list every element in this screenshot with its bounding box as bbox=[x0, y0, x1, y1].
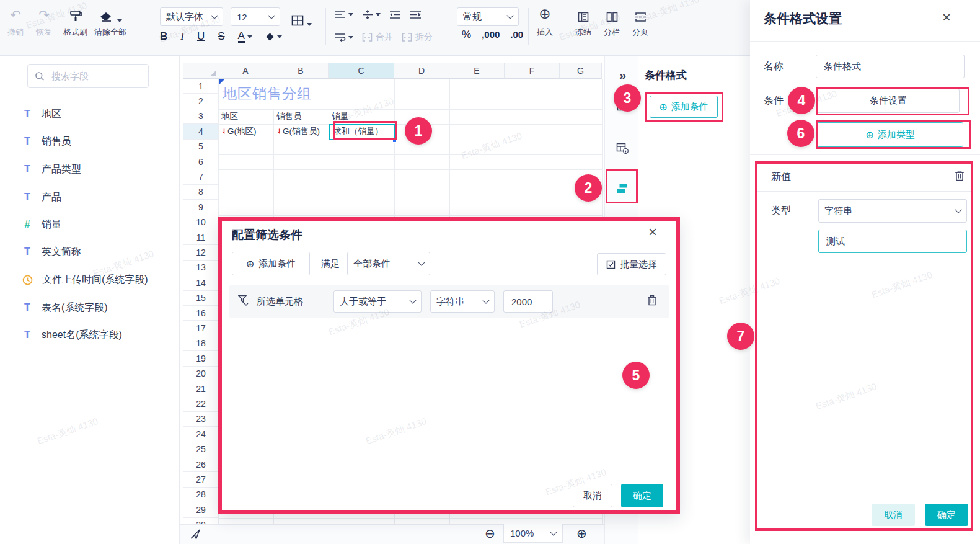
decimal-format-button[interactable]: .00 bbox=[510, 29, 523, 40]
close-icon[interactable]: × bbox=[648, 225, 657, 239]
row-header-8[interactable]: 8 bbox=[183, 185, 218, 200]
dialog-add-condition-button[interactable]: ⊕ 添加条件 bbox=[232, 252, 310, 275]
zoom-out-icon[interactable]: ⊖ bbox=[485, 526, 495, 541]
font-color-button[interactable]: A bbox=[238, 30, 252, 43]
font-size-select[interactable]: 12 bbox=[231, 7, 280, 26]
undo-button[interactable]: ↶ 撤销 bbox=[7, 6, 24, 38]
pagebreak-button[interactable]: 分页 bbox=[632, 6, 648, 38]
row-header-13[interactable]: 13 bbox=[183, 261, 218, 275]
row-header-26[interactable]: 26 bbox=[183, 457, 218, 472]
bold-button[interactable]: B bbox=[160, 30, 167, 43]
filter-icon[interactable] bbox=[238, 295, 249, 307]
field-item-销售员[interactable]: T销售员 bbox=[22, 134, 71, 149]
row-header-16[interactable]: 16 bbox=[183, 306, 218, 321]
field-item-地区[interactable]: T地区 bbox=[22, 107, 61, 122]
italic-button[interactable]: I bbox=[180, 30, 184, 43]
thousands-format-button[interactable]: ,000 bbox=[482, 29, 500, 40]
column-header-D[interactable]: D bbox=[394, 63, 449, 79]
row-header-17[interactable]: 17 bbox=[183, 321, 218, 336]
format-painter-button[interactable]: 格式刷 bbox=[63, 6, 87, 38]
row-header-23[interactable]: 23 bbox=[183, 412, 218, 427]
row-header-20[interactable]: 20 bbox=[183, 367, 218, 381]
insert-button[interactable]: ⊕ 插入 bbox=[537, 6, 553, 38]
merged-title-cell[interactable]: 地区销售分组 bbox=[219, 79, 394, 109]
cell-fill-handle[interactable] bbox=[392, 138, 397, 143]
column-header-C[interactable]: C bbox=[329, 63, 394, 79]
zoom-level-select[interactable]: 100% bbox=[503, 524, 563, 543]
row-header-1[interactable]: 1 bbox=[183, 79, 218, 94]
row-header-15[interactable]: 15 bbox=[183, 291, 218, 306]
locate-icon[interactable] bbox=[190, 528, 201, 540]
columns-button[interactable]: 分栏 bbox=[604, 6, 620, 38]
field-item-产品[interactable]: T产品 bbox=[22, 190, 61, 205]
clear-all-button[interactable]: 清除全部 bbox=[94, 6, 126, 38]
collapse-panel-button[interactable]: » bbox=[605, 68, 639, 82]
text-wrap-button[interactable] bbox=[335, 33, 353, 42]
dialog-ok-button[interactable]: 确定 bbox=[621, 484, 663, 507]
font-family-select[interactable]: 默认字体 bbox=[160, 7, 223, 26]
column-header-F[interactable]: F bbox=[505, 63, 560, 79]
cell-A4[interactable]: G(地区) bbox=[218, 124, 273, 139]
delete-type-trash-icon[interactable] bbox=[955, 170, 965, 181]
row-header-24[interactable]: 24 bbox=[183, 427, 218, 442]
row-header-4[interactable]: 4 bbox=[183, 124, 218, 139]
cell-B4[interactable]: G(销售员) bbox=[273, 124, 329, 139]
condition-settings-button[interactable]: 条件设置 bbox=[817, 89, 960, 113]
row-header-12[interactable]: 12 bbox=[183, 245, 218, 260]
row-header-7[interactable]: 7 bbox=[183, 169, 218, 184]
row-header-19[interactable]: 19 bbox=[183, 351, 218, 366]
name-input[interactable] bbox=[823, 61, 958, 73]
name-field[interactable] bbox=[816, 55, 965, 78]
drawer-ok-button[interactable]: 确定 bbox=[925, 504, 968, 526]
row-header-2[interactable]: 2 bbox=[183, 94, 218, 109]
field-item-英文简称[interactable]: T英文简称 bbox=[22, 244, 81, 259]
field-item-销量[interactable]: #销量 bbox=[22, 217, 61, 232]
field-item-sheet名(系统字段)[interactable]: Tsheet名(系统字段) bbox=[22, 328, 122, 342]
row-header-10[interactable]: 10 bbox=[183, 215, 218, 230]
row-header-9[interactable]: 9 bbox=[183, 200, 218, 215]
fill-color-button[interactable] bbox=[265, 32, 282, 42]
row-header-14[interactable]: 14 bbox=[183, 275, 218, 290]
freeze-button[interactable]: 冻结 bbox=[575, 6, 591, 38]
row-header-21[interactable]: 21 bbox=[183, 381, 218, 396]
field-item-产品类型[interactable]: T产品类型 bbox=[22, 162, 81, 177]
row-header-25[interactable]: 25 bbox=[183, 442, 218, 457]
row-header-22[interactable]: 22 bbox=[183, 396, 218, 411]
row-header-28[interactable]: 28 bbox=[183, 488, 218, 502]
satisfy-mode-select[interactable]: 全部条件 bbox=[347, 252, 430, 275]
drawer-cancel-button[interactable]: 取消 bbox=[872, 504, 915, 526]
row-header-3[interactable]: 3 bbox=[183, 109, 218, 124]
cell-C3[interactable]: 销量 bbox=[329, 109, 394, 124]
new-value-field[interactable] bbox=[818, 230, 967, 253]
indent-increase-icon[interactable] bbox=[410, 10, 422, 19]
field-item-表名(系统字段)[interactable]: T表名(系统字段) bbox=[22, 300, 108, 315]
type-select[interactable]: 字符串 bbox=[818, 199, 967, 223]
zoom-in-icon[interactable]: ⊕ bbox=[576, 526, 587, 541]
operator-select[interactable]: 大于或等于 bbox=[333, 290, 422, 313]
row-header-18[interactable]: 18 bbox=[183, 336, 218, 351]
batch-select-button[interactable]: 批量选择 bbox=[597, 253, 666, 275]
row-header-5[interactable]: 5 bbox=[183, 140, 218, 154]
indent-decrease-icon[interactable] bbox=[389, 10, 401, 19]
row-header-11[interactable]: 11 bbox=[183, 230, 218, 245]
merge-cells-button[interactable]: 合并 bbox=[362, 32, 393, 43]
percent-format-button[interactable]: % bbox=[462, 29, 471, 41]
add-type-button[interactable]: ⊕ 添加类型 bbox=[817, 122, 963, 147]
cell-A3[interactable]: 地区 bbox=[218, 109, 273, 124]
field-search-input[interactable] bbox=[50, 70, 131, 82]
dialog-cancel-button[interactable]: 取消 bbox=[573, 484, 612, 507]
delete-condition-trash-icon[interactable] bbox=[647, 295, 657, 306]
close-icon[interactable]: × bbox=[942, 10, 951, 25]
horizontal-align-button[interactable] bbox=[335, 10, 353, 19]
select-all-corner[interactable] bbox=[183, 63, 218, 79]
filter-value-field[interactable] bbox=[503, 290, 553, 313]
split-cells-button[interactable]: 拆分 bbox=[402, 32, 433, 43]
value-type-select[interactable]: 字符串 bbox=[430, 290, 495, 313]
table-info-button[interactable] bbox=[605, 143, 639, 154]
row-header-27[interactable]: 27 bbox=[183, 472, 218, 487]
field-search-box[interactable] bbox=[27, 64, 149, 88]
new-value-input[interactable] bbox=[825, 236, 960, 247]
row-header-6[interactable]: 6 bbox=[183, 154, 218, 169]
vertical-align-button[interactable] bbox=[362, 10, 381, 19]
redo-button[interactable]: ↷ 恢复 bbox=[36, 6, 52, 38]
